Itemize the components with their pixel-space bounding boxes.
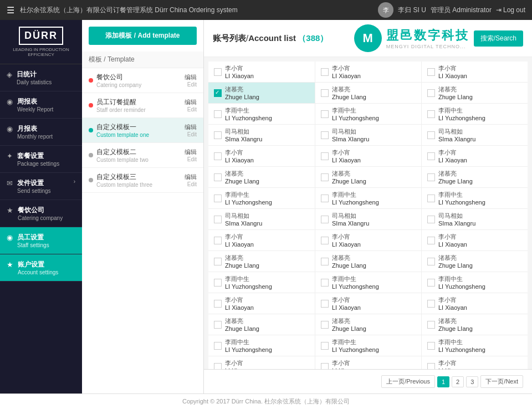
- account-checkbox[interactable]: [214, 173, 222, 181]
- account-cell[interactable]: 司马相如SIma XIangru: [315, 209, 421, 230]
- account-cell[interactable]: 渚慕亮Zhuge LIang: [208, 167, 315, 188]
- page-3-button[interactable]: 3: [466, 376, 478, 387]
- account-cell[interactable]: 渚慕亮Zhuge LIang: [315, 83, 421, 104]
- account-checkbox[interactable]: [214, 131, 222, 139]
- account-checkbox[interactable]: [427, 216, 435, 223]
- account-checkbox[interactable]: [321, 195, 329, 202]
- template-edit-reminder[interactable]: 编辑 Edit: [185, 98, 197, 113]
- template-edit-custom2[interactable]: 编辑 Edit: [185, 148, 197, 162]
- account-checkbox[interactable]: [214, 300, 222, 308]
- account-cell[interactable]: 李小宵LI Xiaoyan: [421, 62, 528, 83]
- account-checkbox[interactable]: [321, 173, 329, 181]
- add-template-button[interactable]: 添加模板 / Add template: [89, 27, 197, 45]
- account-cell[interactable]: 渚慕亮Zhuge LIang: [421, 314, 528, 335]
- account-cell[interactable]: 司马相如SIma XIangru: [421, 209, 528, 230]
- sidebar-item-package[interactable]: ✦ 套餐设置 Package settings: [0, 146, 82, 173]
- account-checkbox[interactable]: [214, 342, 222, 350]
- account-cell[interactable]: 渚慕亮Zhuge LIang: [421, 167, 528, 188]
- account-cell[interactable]: 渚慕亮Zhuge LIang: [208, 83, 315, 104]
- account-cell[interactable]: 李雨中生LI Yuzhongsheng: [208, 188, 315, 209]
- account-checkbox[interactable]: [214, 216, 222, 223]
- next-page-button[interactable]: 下一页/Next: [480, 375, 523, 388]
- account-cell[interactable]: 李小宵LI Xiaoyan: [208, 62, 315, 83]
- template-item-custom2[interactable]: 自定义模板二 Custom template two 编辑 Edit: [82, 143, 203, 168]
- account-cell[interactable]: 渚慕亮Zhuge LIang: [315, 314, 421, 335]
- template-edit-custom1[interactable]: 编辑 Edit: [185, 123, 197, 137]
- sidebar-item-catering[interactable]: ★ 餐饮公司 Catering company: [0, 200, 82, 227]
- account-cell[interactable]: 李雨中生LI Yuzhongsheng: [421, 272, 528, 293]
- sidebar-item-staff[interactable]: ◉ 员工设置 Staff settings: [0, 227, 82, 254]
- account-checkbox[interactable]: [214, 68, 222, 76]
- account-checkbox[interactable]: [214, 110, 222, 118]
- template-item-catering[interactable]: 餐饮公司 Catering company 编辑 Edit: [82, 68, 203, 93]
- account-cell[interactable]: 李小宵LI Xiaoyan: [315, 230, 421, 251]
- account-cell[interactable]: 渚慕亮Zhuge LIang: [421, 83, 528, 104]
- account-checkbox[interactable]: [427, 152, 435, 160]
- account-cell[interactable]: 李小宵LI Xiaoyan: [315, 356, 421, 369]
- account-checkbox[interactable]: [321, 68, 329, 76]
- account-checkbox[interactable]: [214, 195, 222, 202]
- account-checkbox[interactable]: [427, 279, 435, 287]
- account-checkbox[interactable]: [427, 237, 435, 244]
- account-checkbox[interactable]: [427, 68, 435, 76]
- account-checkbox[interactable]: [321, 89, 329, 97]
- account-cell[interactable]: 司马相如SIma XIangru: [208, 209, 315, 230]
- account-checkbox[interactable]: [321, 321, 329, 329]
- account-cell[interactable]: 李雨中生LI Yuzhongsheng: [208, 104, 315, 125]
- account-cell[interactable]: 李小宵LI Xiaoyan: [315, 62, 421, 83]
- account-checkbox[interactable]: [427, 89, 435, 97]
- account-checkbox[interactable]: [427, 321, 435, 329]
- account-cell[interactable]: 李小宵LI Xiaoyan: [421, 293, 528, 314]
- account-checkbox[interactable]: [321, 152, 329, 160]
- account-cell[interactable]: 李小宵LI Xiaoyan: [208, 356, 315, 369]
- account-cell[interactable]: 李雨中生LI Yuzhongsheng: [421, 335, 528, 356]
- search-button[interactable]: 搜索/Search: [474, 30, 523, 47]
- account-checkbox[interactable]: [214, 279, 222, 287]
- page-1-button[interactable]: 1: [437, 376, 449, 387]
- account-checkbox[interactable]: [427, 195, 435, 202]
- sidebar-item-monthly[interactable]: ◉ 月报表 Monthly report: [0, 119, 82, 146]
- account-cell[interactable]: 李雨中生LI Yuzhongsheng: [315, 272, 421, 293]
- account-cell[interactable]: 李小宵LI Xiaoyan: [315, 146, 421, 167]
- account-checkbox[interactable]: [427, 342, 435, 350]
- account-checkbox[interactable]: [321, 258, 329, 265]
- account-cell[interactable]: 渚慕亮Zhuge LIang: [208, 314, 315, 335]
- prev-page-button[interactable]: 上一页/Previous: [381, 375, 435, 388]
- account-cell[interactable]: 李小宵LI Xiaoyan: [208, 230, 315, 251]
- account-checkbox[interactable]: [214, 89, 222, 97]
- account-cell[interactable]: 李雨中生LI Yuzhongsheng: [208, 272, 315, 293]
- account-checkbox[interactable]: [321, 342, 329, 350]
- account-checkbox[interactable]: [321, 110, 329, 118]
- account-cell[interactable]: 李小宵LI Xiaoyan: [421, 146, 528, 167]
- account-cell[interactable]: 李雨中生LI Yuzhongsheng: [315, 104, 421, 125]
- account-cell[interactable]: 李雨中生LI Yuzhongsheng: [208, 335, 315, 356]
- template-edit-custom3[interactable]: 编辑 Edit: [185, 173, 197, 187]
- account-checkbox[interactable]: [214, 152, 222, 160]
- account-cell[interactable]: 李雨中生LI Yuzhongsheng: [421, 104, 528, 125]
- account-cell[interactable]: 李小宵LI Xiaoyan: [421, 356, 528, 369]
- account-checkbox[interactable]: [214, 363, 222, 370]
- account-checkbox[interactable]: [427, 258, 435, 265]
- account-checkbox[interactable]: [214, 237, 222, 244]
- account-checkbox[interactable]: [427, 363, 435, 370]
- template-edit-catering[interactable]: 编辑 Edit: [185, 73, 197, 88]
- template-item-staff-reminder[interactable]: 员工订餐提醒 Staff order reminder 编辑 Edit: [82, 93, 203, 118]
- account-checkbox[interactable]: [427, 110, 435, 118]
- menu-icon[interactable]: ☰: [7, 5, 14, 16]
- sidebar-item-weekly[interactable]: ◉ 周报表 Weekly Report: [0, 91, 82, 119]
- account-cell[interactable]: 渚慕亮Zhuge LIang: [315, 251, 421, 272]
- account-cell[interactable]: 李小宵LI Xiaoyan: [421, 230, 528, 251]
- account-cell[interactable]: 司马相如SIma XIangru: [208, 125, 315, 146]
- account-cell[interactable]: 李雨中生LI Yuzhongsheng: [315, 335, 421, 356]
- account-checkbox[interactable]: [214, 321, 222, 329]
- account-checkbox[interactable]: [427, 173, 435, 181]
- page-2-button[interactable]: 2: [452, 376, 464, 387]
- account-checkbox[interactable]: [321, 216, 329, 223]
- account-checkbox[interactable]: [321, 363, 329, 370]
- account-checkbox[interactable]: [321, 300, 329, 308]
- sidebar-item-send[interactable]: ✉ 发件设置 Send settings ›: [0, 173, 82, 200]
- account-checkbox[interactable]: [321, 279, 329, 287]
- account-cell[interactable]: 李小宵LI Xiaoyan: [208, 146, 315, 167]
- account-cell[interactable]: 司马相如SIma XIangru: [421, 125, 528, 146]
- account-cell[interactable]: 李雨中生LI Yuzhongsheng: [315, 188, 421, 209]
